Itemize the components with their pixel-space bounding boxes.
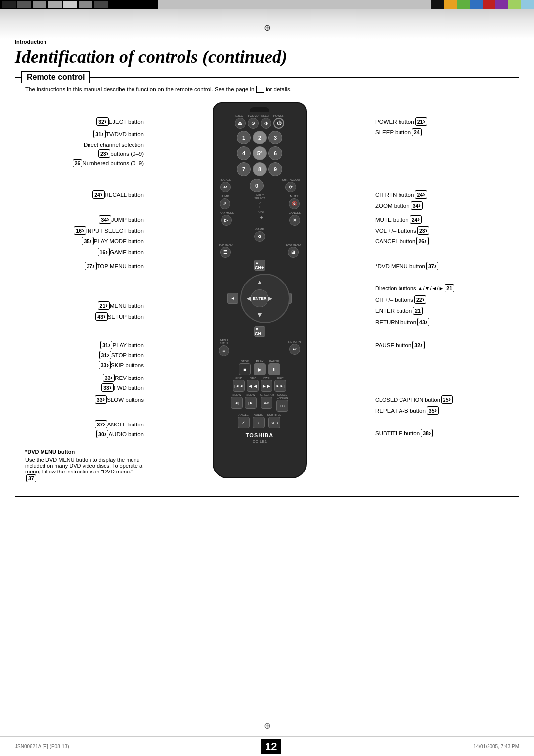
label-setup: SETUP button43 <box>94 312 144 321</box>
num-4[interactable]: 4 <box>237 146 251 160</box>
eject-button[interactable]: ⏏ <box>235 118 246 129</box>
return-button[interactable]: ↩ <box>289 344 300 355</box>
label-sleep: SLEEP button24 <box>375 128 422 136</box>
arrow-pad-section: ▲ CH+ ◄ ENTER ▲ ▼ ◄ ► <box>227 260 292 337</box>
label-ch-buttons: CH +/– buttons22 <box>375 295 426 304</box>
angle-row: ANGLE ∠ AUDIO ♪ SUBTITLE SUB <box>214 413 306 428</box>
skip-row: SKIP |◄◄ REV ◄◄ FWD ►► SKIP <box>214 377 306 392</box>
number-pad: 1 2 3 4 5° 6 7 8 9 <box>214 131 306 176</box>
playmode-button[interactable]: ▷ <box>221 215 232 226</box>
label-vol: VOL +/– buttons23 <box>375 226 429 235</box>
num-2[interactable]: 2 <box>253 131 267 144</box>
skip-right-button[interactable]: ►►| <box>274 380 286 392</box>
audio-button[interactable]: ♪ <box>253 417 265 428</box>
arrow-down-button[interactable]: ▼ <box>253 308 266 321</box>
subtitle-button-group: SUBTITLE SUB <box>267 413 282 428</box>
menusetup-button[interactable]: ≡ <box>219 345 229 356</box>
topmenu-button[interactable]: ☰ <box>220 247 231 258</box>
eject-button-group: EJECT ⏏ <box>235 114 246 129</box>
num-7[interactable]: 7 <box>237 162 251 176</box>
sleep-button[interactable]: ◑ <box>261 118 271 129</box>
label-fwd: FWD button33 <box>100 383 144 392</box>
left-labels: EJECT button32 TV/DVD button31 Direct ch… <box>25 102 144 488</box>
dvd-menu-note-body: Use the DVD MENU button to display the m… <box>25 457 144 482</box>
arrow-up-button[interactable]: ▲ <box>253 276 266 288</box>
dvdmenu-button[interactable]: ⊞ <box>288 247 299 258</box>
num-3[interactable]: 3 <box>268 131 282 144</box>
label-audio: AUDIO button30 <box>95 430 144 438</box>
chrtn-button[interactable]: ⟳ <box>285 182 296 192</box>
fwd-button[interactable]: ►► <box>261 380 272 392</box>
pause-button[interactable]: ⏸ <box>268 363 280 375</box>
label-skip: SKIP buttons33 <box>98 361 144 369</box>
tvdvd-button[interactable]: ⊙ <box>248 118 259 129</box>
rev-button[interactable]: ◄◄ <box>247 380 259 392</box>
power-button[interactable]: ⏻ <box>273 118 284 129</box>
section-label: Introduction <box>15 39 519 45</box>
ch-plus-button[interactable]: ▲ CH+ <box>254 260 265 271</box>
stop-button[interactable]: ■ <box>239 363 251 375</box>
label-stop: STOP button31 <box>98 351 144 359</box>
skip-left-button[interactable]: |◄◄ <box>233 380 245 392</box>
label-cancel: CANCEL button26 <box>375 237 429 245</box>
menusetup-button-group: MENUSETUP ≡ <box>219 339 229 356</box>
subtitle-button[interactable]: SUB <box>268 417 280 428</box>
arrow-pad: ENTER ▲ ▼ ◄ ► <box>240 274 279 323</box>
recall-button-group: RECALL ↩ <box>220 178 231 192</box>
label-eject: EJECT button32 <box>95 117 144 126</box>
page-number: 12 <box>261 739 281 754</box>
cancel-button[interactable]: ✕ <box>289 215 300 226</box>
num-9[interactable]: 9 <box>268 162 282 176</box>
mute-button[interactable]: 🔇 <box>289 198 300 209</box>
ch-left-button[interactable]: ◄ <box>227 293 238 304</box>
rev-button-group: REV ◄◄ <box>247 377 259 392</box>
label-pause: PAUSE button32 <box>375 341 425 349</box>
repeat-ab-button-group: REPEAT A-B A-B <box>259 393 274 412</box>
remote-body: EJECT ⏏ TV/DVD ⊙ SLEEP ◑ POWER <box>213 102 307 478</box>
mute-button-group: MUTE 🔇 <box>289 195 300 209</box>
slow-row: SLOW ◄| SLOW |► REPEAT A-B A-B CLOSEDC <box>214 393 306 412</box>
num-0[interactable]: 0 <box>250 179 264 192</box>
closed-caption-button-group: CLOSEDCAPTION CC <box>276 393 288 412</box>
num-5[interactable]: 5° <box>253 146 267 160</box>
num-6[interactable]: 6 <box>268 146 282 160</box>
dvdmenu-button-group: DVD MENU ⊞ <box>286 243 301 258</box>
game-button[interactable]: G <box>254 231 265 242</box>
skip-left-button-group: SKIP |◄◄ <box>233 377 245 392</box>
slow-right-button[interactable]: |► <box>245 397 257 409</box>
arrow-right-button[interactable]: ► <box>264 292 277 305</box>
remote-divider <box>223 358 297 358</box>
top-color-bar <box>0 0 534 9</box>
label-direction: Direction buttons ▲/▼/◄/►21 <box>375 284 454 292</box>
num-8[interactable]: 8 <box>253 162 267 176</box>
label-play-mode: PLAY MODE button35 <box>81 237 144 245</box>
label-recall: RECALL button24 <box>91 190 144 199</box>
label-game: GAME button16 <box>97 248 144 256</box>
transport-main: STOP ■ PLAY ▶ PAUSE ⏸ <box>214 360 306 375</box>
arrow-left-button[interactable]: ◄ <box>242 292 255 305</box>
color-stripe <box>431 0 534 9</box>
angle-button[interactable]: ∠ <box>238 417 250 428</box>
slow-left-button[interactable]: ◄| <box>231 397 243 409</box>
angle-button-group: ANGLE ∠ <box>238 413 250 428</box>
ch-minus-button[interactable]: ▼ CH– <box>254 326 265 337</box>
label-return: RETURN button43 <box>375 318 429 326</box>
num-1[interactable]: 1 <box>237 131 251 144</box>
power-button-group: POWER ⏻ <box>273 114 285 129</box>
repeat-ab-button[interactable]: A-B <box>261 397 272 409</box>
jump-button[interactable]: ↗ <box>220 198 230 209</box>
play-button[interactable]: ▶ <box>254 363 266 375</box>
label-top-menu: TOP MENU button37 <box>84 262 144 270</box>
label-jump: JUMP button34 <box>98 215 144 224</box>
topmenu-button-group: TOP MENU ☰ <box>219 243 233 258</box>
closed-caption-button[interactable]: CC <box>276 400 288 412</box>
header-section: ⊕ <box>0 9 534 39</box>
remote-brand: TOSHIBA <box>214 432 306 438</box>
tvdvd-button-group: TV/DVD ⊙ <box>248 114 259 129</box>
skip-right-button-group: SKIP ►►| <box>274 377 286 392</box>
recall-button[interactable]: ↩ <box>220 182 231 192</box>
slow-left-button-group: SLOW ◄| <box>231 393 243 412</box>
remote-top-bump <box>250 107 269 112</box>
label-enter: ENTER button21 <box>375 307 423 315</box>
input-select-button-group: INPUTSELECT ○+ <box>254 194 265 209</box>
